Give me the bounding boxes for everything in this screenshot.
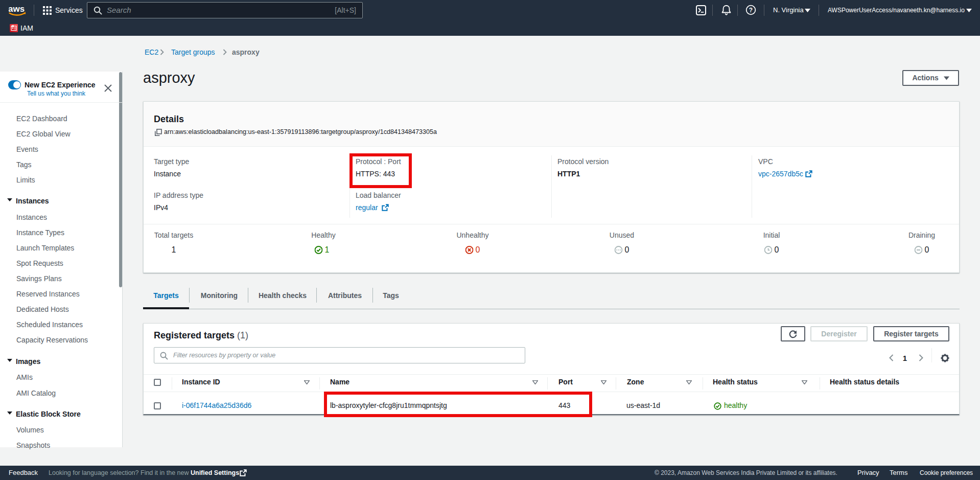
- svg-text:?: ?: [749, 7, 753, 14]
- svg-text:aws: aws: [9, 4, 25, 14]
